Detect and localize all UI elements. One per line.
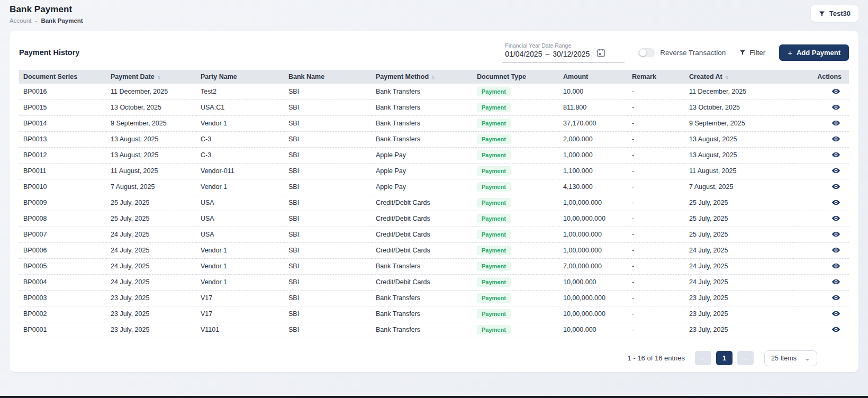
cell-document-type: Payment [473,274,559,290]
date-from: 01/04/2025 [505,50,542,58]
eye-icon [831,293,840,302]
sort-icon[interactable]: ↑↓ [431,75,434,80]
eye-icon [831,214,840,223]
cell-document-type: Payment [473,100,559,115]
financial-year-date-range-field[interactable]: Financial Year Date Range 01/04/2025 – 3… [502,42,625,62]
prev-page-button[interactable]: ← [695,351,711,365]
cell-payment-method: Bank Transfers [372,100,473,115]
view-button[interactable] [830,324,842,335]
company-filter-label: Test30 [829,10,851,17]
cell-document-type: Payment [473,195,559,211]
view-button[interactable] [830,276,842,287]
cell-document-series: BP0004 [19,274,106,290]
cell-payment-method: Bank Transfers [372,322,473,338]
cell-amount: 4,130.000 [559,179,628,195]
cell-document-series: BP0003 [19,290,106,306]
payment-type-badge: Payment [477,182,511,192]
view-button[interactable] [830,133,842,144]
column-header-series: Document Series [19,70,106,84]
table-row: BP0008 25 July, 2025 USA SBI Credit/Debi… [19,211,849,227]
eye-icon [831,87,840,96]
cell-payment-method: Bank Transfers [372,84,473,100]
breadcrumb-account-link[interactable]: Account [10,17,32,24]
view-button[interactable] [830,165,842,176]
page-size-select[interactable]: 25 Items ⌄ [764,350,817,366]
cell-document-type: Payment [473,227,559,242]
view-button[interactable] [830,181,842,192]
cell-bank-name: SBI [284,290,372,306]
date-range-text: Financial Year Date Range 01/04/2025 – 3… [505,42,590,58]
cell-amount: 811.800 [559,100,628,115]
cell-bank-name: SBI [284,242,372,258]
cell-payment-date: 13 October, 2025 [106,100,196,115]
cell-created-at: 11 December, 2025 [685,84,793,100]
cell-created-at: 11 August, 2025 [685,163,793,179]
filter-button[interactable]: Filter [739,49,765,57]
payment-type-badge: Payment [477,277,511,287]
next-page-button[interactable]: → [737,351,754,365]
cell-party-name: V17 [196,290,284,306]
view-button[interactable] [830,245,842,256]
cell-actions [793,179,849,195]
view-button[interactable] [830,229,842,240]
sort-icon[interactable]: ↑↓ [725,75,728,80]
cell-amount: 10,000.000 [559,322,628,338]
cell-amount: 2,000.000 [559,131,628,147]
page-1-button[interactable]: 1 [716,351,733,365]
payment-history-card: Payment History Financial Year Date Rang… [10,31,858,372]
cell-document-series: BP0005 [19,258,106,274]
table-row: BP0014 9 September, 2025 Vendor 1 SBI Ba… [19,115,849,131]
reverse-transaction-toggle[interactable] [638,48,655,57]
column-header-created_at[interactable]: Created At↑↓ [685,70,793,84]
cell-document-type: Payment [473,258,559,274]
view-button[interactable] [830,197,842,208]
cell-created-at: 24 July, 2025 [685,274,793,290]
cell-payment-date: 25 July, 2025 [106,211,196,227]
cell-payment-date: 11 August, 2025 [106,163,196,179]
cell-bank-name: SBI [284,274,372,290]
cell-created-at: 23 July, 2025 [685,306,793,322]
cell-bank-name: SBI [284,179,372,195]
view-button[interactable] [830,213,842,224]
funnel-icon [819,11,825,17]
cell-remark: - [628,306,685,322]
column-header-payment_date[interactable]: Payment Date↑↓ [106,70,196,84]
cell-document-type: Payment [473,242,559,258]
cell-remark: - [628,115,685,131]
payment-type-badge: Payment [477,293,511,303]
cell-party-name: Vendor 1 [196,274,284,290]
cell-payment-date: 23 July, 2025 [106,322,196,338]
company-filter-button[interactable]: Test30 [811,5,858,22]
cell-document-series: BP0010 [19,179,106,195]
cell-bank-name: SBI [284,322,372,338]
view-button[interactable] [830,102,842,113]
view-button[interactable] [830,292,842,303]
cell-actions [793,306,849,322]
payment-type-badge: Payment [477,103,511,112]
cell-payment-date: 23 July, 2025 [106,306,196,322]
table-row: BP0010 7 August, 2025 Vendor 1 SBI Apple… [19,179,849,195]
cell-payment-method: Bank Transfers [372,258,473,274]
view-button[interactable] [830,86,842,97]
cell-amount: 10,000.000 [559,274,628,290]
funnel-icon [739,49,746,56]
add-payment-button[interactable]: + Add Payment [779,44,849,61]
view-button[interactable] [830,308,842,319]
payment-type-badge: Payment [477,261,511,271]
column-header-method[interactable]: Payment Method↑↓ [372,70,473,84]
payment-type-badge: Payment [477,230,511,239]
cell-created-at: 25 July, 2025 [685,195,793,211]
cell-document-type: Payment [473,306,559,322]
cell-created-at: 25 July, 2025 [685,227,793,242]
cell-party-name: USA [196,211,284,227]
cell-payment-method: Credit/Debit Cards [372,274,473,290]
payment-type-badge: Payment [477,325,511,334]
view-button[interactable] [830,260,842,272]
sort-icon[interactable]: ↑↓ [157,75,160,80]
calendar-icon[interactable] [596,48,606,58]
arrow-right-icon: → [742,354,749,362]
cell-bank-name: SBI [284,100,372,115]
view-button[interactable] [830,149,842,160]
cell-remark: - [628,227,685,242]
view-button[interactable] [830,117,842,129]
